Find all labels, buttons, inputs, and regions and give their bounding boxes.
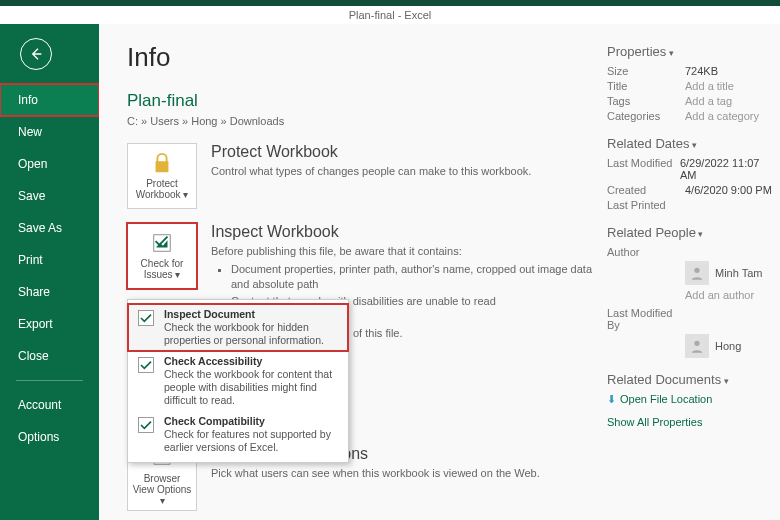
prop-label: Categories: [607, 110, 685, 122]
back-arrow-icon: [28, 46, 44, 62]
menu-item-check-compatibility[interactable]: Check CompatibilityCheck for features no…: [128, 411, 348, 458]
modified-by-label: Last Modified By: [607, 307, 685, 331]
protect-workbook-desc: Control what types of changes people can…: [211, 164, 597, 179]
author-label: Author: [607, 246, 685, 258]
menu-item-icon: [136, 308, 158, 330]
prop-label: Tags: [607, 95, 685, 107]
svg-point-7: [694, 268, 699, 273]
truncated-text: of this file.: [353, 327, 403, 339]
lock-icon: [151, 152, 173, 174]
date-value: 4/6/2020 9:00 PM: [685, 184, 772, 196]
prop-value[interactable]: Add a title: [685, 80, 734, 92]
nav-item-new[interactable]: New: [0, 116, 99, 148]
avatar: [685, 261, 709, 285]
open-file-location-link[interactable]: ⬇Open File Location: [607, 393, 772, 406]
nav-item-print[interactable]: Print: [0, 244, 99, 276]
nav-item-export[interactable]: Export: [0, 308, 99, 340]
back-button[interactable]: [20, 38, 52, 70]
title-bar: Plan-final - Excel: [0, 0, 780, 24]
add-author[interactable]: Add an author: [685, 289, 754, 301]
inspect-workbook-heading: Inspect Workbook: [211, 223, 597, 241]
document-name: Plan-final: [127, 91, 597, 111]
prop-label: Size: [607, 65, 685, 77]
nav-item-save[interactable]: Save: [0, 180, 99, 212]
inspect-bullet: Document properties, printer path, autho…: [231, 262, 597, 292]
backstage-sidebar: InfoNewOpenSaveSave AsPrintShareExportCl…: [0, 24, 99, 520]
show-all-properties-link[interactable]: Show All Properties: [607, 416, 772, 428]
browser-view-desc: Pick what users can see when this workbo…: [211, 466, 597, 481]
related-documents-heading: Related Documents: [607, 372, 772, 387]
nav-item-account[interactable]: Account: [0, 389, 99, 421]
document-path[interactable]: C: » Users » Hong » Downloads: [127, 115, 597, 127]
info-pane: Info Plan-final C: » Users » Hong » Down…: [127, 42, 597, 510]
nav-item-close[interactable]: Close: [0, 340, 99, 372]
menu-item-inspect-document[interactable]: Inspect DocumentCheck the workbook for h…: [128, 304, 348, 351]
nav-item-open[interactable]: Open: [0, 148, 99, 180]
prop-label: Title: [607, 80, 685, 92]
prop-value[interactable]: Add a tag: [685, 95, 732, 107]
related-people-heading: Related People: [607, 225, 772, 240]
nav-item-share[interactable]: Share: [0, 276, 99, 308]
protect-workbook-button[interactable]: Protect Workbook ▾: [127, 143, 197, 209]
svg-rect-2: [139, 358, 154, 373]
page-title: Info: [127, 42, 597, 73]
related-dates-heading: Related Dates: [607, 136, 772, 151]
protect-workbook-heading: Protect Workbook: [211, 143, 597, 161]
nav-item-options[interactable]: Options: [0, 421, 99, 453]
svg-rect-1: [139, 311, 154, 326]
svg-point-8: [694, 341, 699, 346]
menu-item-icon: [136, 415, 158, 437]
date-label: Last Printed: [607, 199, 685, 211]
properties-panel: Properties Size724KBTitleAdd a titleTags…: [597, 42, 772, 510]
svg-rect-3: [139, 418, 154, 433]
avatar: [685, 334, 709, 358]
check-issues-dropdown: Inspect DocumentCheck the workbook for h…: [127, 299, 349, 463]
check-for-issues-button[interactable]: Check for Issues ▾: [127, 223, 197, 289]
modified-by-name: Hong: [715, 340, 741, 352]
prop-value: 724KB: [685, 65, 718, 77]
date-value: 6/29/2022 11:07 AM: [680, 157, 772, 181]
nav-item-save-as[interactable]: Save As: [0, 212, 99, 244]
date-label: Created: [607, 184, 685, 196]
author-name: Minh Tam: [715, 267, 762, 279]
date-label: Last Modified: [607, 157, 680, 181]
menu-item-icon: [136, 355, 158, 377]
prop-value[interactable]: Add a category: [685, 110, 759, 122]
inspect-icon: [151, 232, 173, 254]
nav-item-info[interactable]: Info: [0, 84, 99, 116]
properties-heading[interactable]: Properties: [607, 44, 772, 59]
download-icon: ⬇: [607, 393, 616, 405]
menu-item-check-accessibility[interactable]: Check AccessibilityCheck the workbook fo…: [128, 351, 348, 411]
